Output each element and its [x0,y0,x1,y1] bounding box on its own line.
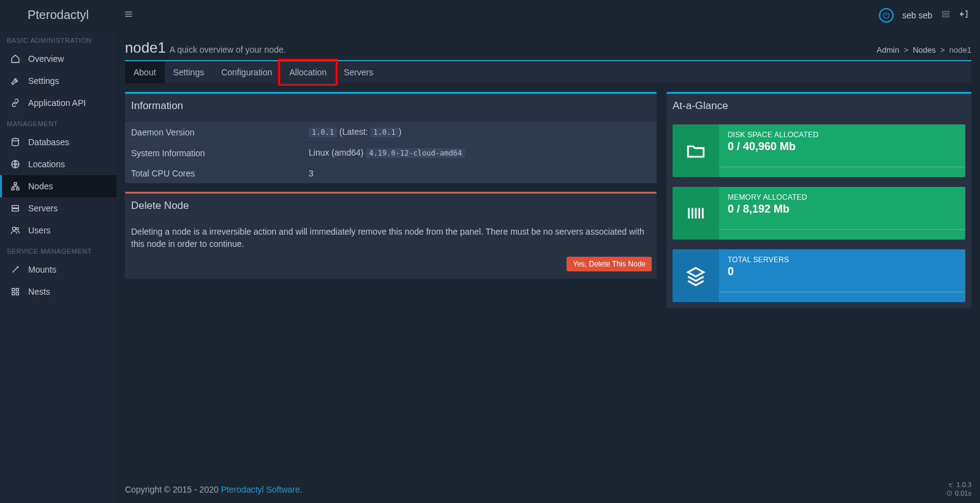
tab-allocation[interactable]: Allocation [281,61,335,83]
info-row-system: System Information Linux (amd64) 4.19.0-… [125,143,657,164]
sitemap-icon [10,181,21,192]
svg-rect-8 [12,209,19,211]
daemon-latest-badge: 1.0.1 [371,127,399,137]
barcode-icon [673,187,719,240]
svg-rect-12 [16,289,18,291]
svg-rect-5 [12,188,14,190]
user-name[interactable]: seb seb [902,10,932,20]
sidebar-item-locations[interactable]: Locations [0,153,116,175]
home-icon [10,53,21,64]
footer: Copyright © 2015 - 2020 Pterodactyl Soft… [116,475,980,503]
sidebar-section-service: SERVICE MANAGEMENT [0,241,116,259]
magic-icon [10,264,21,275]
tab-settings[interactable]: Settings [165,61,213,83]
tab-configuration[interactable]: Configuration [213,61,281,83]
glance-card-servers: TOTAL SERVERS 0 [673,249,965,302]
info-key: System Information [131,148,309,158]
sidebar-item-label: Users [28,225,51,235]
sidebar-section-basic: BASIC ADMINISTRATION [0,31,116,48]
users-icon [10,225,21,236]
svg-rect-1 [943,15,949,17]
top-bar: Pterodactyl seb seb [0,0,980,31]
info-key: Total CPU Cores [131,168,309,178]
panel-delete-node: Delete Node Deleting a node is a irrever… [125,192,657,279]
sidebar-item-label: Nests [28,287,50,297]
info-row-cpu: Total CPU Cores 3 [125,164,657,183]
sidebar-item-label: Servers [28,203,58,213]
info-value: 1.0.1 (Latest: 1.0.1) [309,127,401,137]
glance-card-disk: DISK SPACE ALLOCATED 0 / 40,960 Mb [673,124,965,177]
sidebar-item-label: Databases [28,137,69,147]
footer-text: Copyright © 2015 - 2020 Pterodactyl Soft… [125,485,303,494]
sidebar-item-label: Application API [28,98,86,108]
breadcrumb: Admin > Nodes > node1 [876,45,971,55]
close-paren: ) [399,127,402,137]
panel-information: Information Daemon Version 1.0.1 (Latest… [125,92,657,183]
sidebar-item-nests[interactable]: Nests [0,281,116,303]
clock-icon [946,490,952,496]
page-header: node1 A quick overview of your node. Adm… [125,39,971,56]
svg-point-2 [12,138,19,141]
kernel-badge: 4.19.0-12-cloud-amd64 [366,148,465,158]
sidebar: BASIC ADMINISTRATION Overview Settings A… [0,31,116,503]
server-icon [10,203,21,214]
glance-label: DISK SPACE ALLOCATED [728,130,957,139]
info-value: Linux (amd64) 4.19.0-12-cloud-amd64 [309,148,465,158]
breadcrumb-nodes[interactable]: Nodes [913,45,936,55]
system-os: Linux (amd64) [309,148,366,157]
sidebar-item-nodes[interactable]: Nodes [0,175,116,197]
info-value: 3 [309,168,314,178]
breadcrumb-admin[interactable]: Admin [876,45,899,55]
sidebar-item-users[interactable]: Users [0,219,116,241]
sidebar-item-api[interactable]: Application API [0,92,116,114]
sidebar-toggle[interactable] [116,10,141,21]
database-icon [10,137,21,148]
breadcrumb-current: node1 [949,45,971,55]
svg-point-10 [16,227,18,230]
panel-title-delete: Delete Node [125,194,657,218]
svg-rect-7 [12,205,19,208]
sidebar-item-databases[interactable]: Databases [0,131,116,153]
info-key: Daemon Version [131,127,309,137]
power-icon[interactable] [879,8,894,23]
svg-rect-11 [12,289,15,291]
panel-title-information: Information [125,94,657,118]
sidebar-item-label: Settings [28,76,59,86]
tabs: About Settings Configuration Allocation … [125,60,971,83]
folder-icon [673,124,719,177]
copyright-label: Copyright © 2015 - 2020 [125,485,221,494]
info-row-daemon: Daemon Version 1.0.1 (Latest: 1.0.1) [125,122,657,143]
latest-label: (Latest: [337,127,370,137]
sidebar-item-label: Nodes [28,181,53,191]
sidebar-item-label: Mounts [28,265,56,274]
footer-link[interactable]: Pterodactyl Software [221,485,300,494]
glance-value: 0 [728,265,957,278]
delete-node-button[interactable]: Yes, Delete This Node [567,257,652,271]
globe-icon [10,159,21,170]
svg-rect-14 [16,292,18,295]
tab-about[interactable]: About [125,61,165,83]
sidebar-item-servers[interactable]: Servers [0,197,116,219]
sidebar-item-overview[interactable]: Overview [0,48,116,70]
page-title: node1 [125,39,166,56]
footer-time: 0.01s [955,490,971,497]
brand-logo[interactable]: Pterodactyl [0,8,116,22]
panel-title-glance: At-a-Glance [666,94,971,118]
wrench-icon [10,75,21,86]
sidebar-item-mounts[interactable]: Mounts [0,259,116,281]
footer-version: 1.0.3 [957,481,971,489]
server-list-icon[interactable] [941,9,951,21]
sidebar-item-settings[interactable]: Settings [0,70,116,92]
topbar-right: seb seb [879,8,980,23]
main-content: node1 A quick overview of your node. Adm… [116,31,980,503]
tab-servers[interactable]: Servers [335,61,382,83]
panel-at-a-glance: At-a-Glance DISK SPACE ALLOCATED 0 / 40,… [666,92,971,308]
branch-icon [948,482,954,488]
glance-value: 0 / 8,192 Mb [728,203,957,216]
page-subtitle: A quick overview of your node. [170,45,286,55]
grid-icon [10,286,21,297]
link-icon [10,97,21,108]
logout-icon[interactable] [959,9,969,21]
daemon-version-badge: 1.0.1 [309,127,337,137]
glance-value: 0 / 40,960 Mb [728,140,957,153]
